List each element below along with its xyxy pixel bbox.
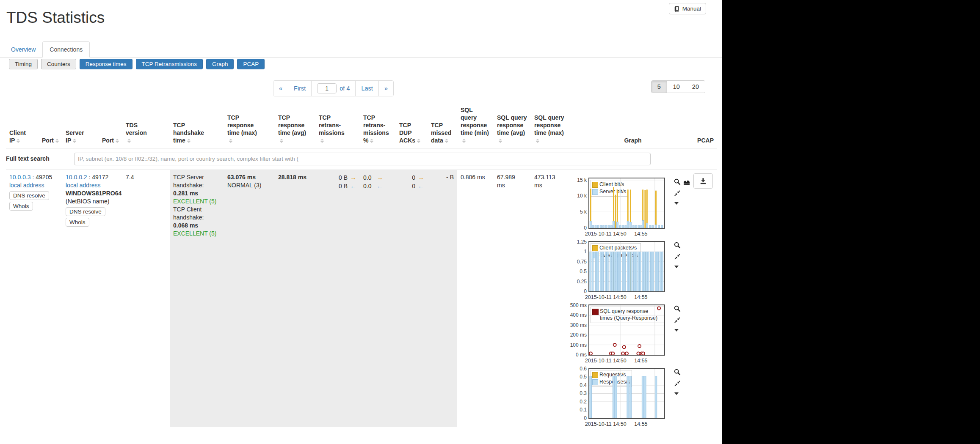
page: TDS Statistics Manual Overview Connectio… <box>0 0 980 444</box>
col-header-tcp-response-max[interactable]: TCP response time (max) <box>224 107 275 148</box>
sql-max-value: 473.113 ms <box>534 173 560 189</box>
tcp-response-max-cell: 63.076 ms NORMAL (3) <box>224 170 275 427</box>
sort-arrows-icon[interactable] <box>127 139 131 143</box>
client-ip-link[interactable]: 10.0.0.3 <box>9 174 31 181</box>
magnifier-icon[interactable] <box>674 369 681 375</box>
pagination-row: « First of 4 Last » 5 10 20 <box>0 80 722 95</box>
y-axis-tick-label: 1.25 <box>564 238 587 246</box>
sort-arrows-icon[interactable] <box>73 139 76 143</box>
col-header-sql-response-max[interactable]: SQL query response time (max) <box>531 107 576 148</box>
pager-last[interactable]: Last <box>356 81 378 96</box>
dup-acks-in-value: 0 <box>412 183 415 189</box>
x-axis-tick-label: 2015-10-11 14:50 <box>585 420 627 428</box>
client-local-address-link[interactable]: local address <box>9 182 44 189</box>
tab-overview[interactable]: Overview <box>4 42 42 57</box>
col-header-sql-response-min[interactable]: SQL query response time (min) <box>457 107 494 148</box>
page-size-10[interactable]: 10 <box>667 81 686 93</box>
server-port-value: 49172 <box>92 174 108 181</box>
server-dns-resolve-button[interactable]: DNS resolve <box>66 207 105 216</box>
caret-down-icon[interactable] <box>674 392 679 395</box>
search-input[interactable] <box>74 153 651 165</box>
server-cell: 10.0.0.2 : 49172 local address WINDOWS81… <box>62 170 122 427</box>
sql-response-avg-cell: 67.989 ms <box>494 170 531 427</box>
col-header-client-port[interactable]: Port <box>36 107 62 148</box>
y-axis-tick-label: 0.5 <box>564 268 587 276</box>
full-text-search-label: Full text search <box>6 148 62 170</box>
col-header-tcp-dup-acks[interactable]: TCP DUP ACKs <box>396 107 428 148</box>
server-local-address-link[interactable]: local address <box>66 182 101 189</box>
sort-arrows-icon[interactable] <box>536 139 539 143</box>
sort-arrows-icon[interactable] <box>417 139 420 143</box>
pager-prev[interactable]: « <box>273 81 288 96</box>
manual-button[interactable]: Manual <box>669 3 706 14</box>
area-chart-icon[interactable] <box>683 178 690 185</box>
collapse-icon[interactable] <box>674 380 681 387</box>
caret-down-icon[interactable] <box>674 329 679 332</box>
pcap-download-button[interactable] <box>693 173 713 189</box>
page-number-input[interactable] <box>317 83 337 93</box>
tcp-retransmissions-cell: 0 B→ 0 B← <box>315 170 360 427</box>
subtab-pcap[interactable]: PCAP <box>237 59 265 69</box>
tcp-response-max-value: 63.076 ms <box>227 173 271 181</box>
client-cell: 10.0.0.3 : 49205 local address DNS resol… <box>6 170 62 427</box>
client-dns-resolve-button[interactable]: DNS resolve <box>9 191 49 200</box>
col-header-tcp-missed-data[interactable]: TCP missed data <box>428 107 457 148</box>
col-header-tcp-handshake-time[interactable]: TCP handshake time <box>170 107 224 148</box>
col-header-tds-version[interactable]: TDS version <box>122 107 170 148</box>
tab-connections[interactable]: Connections <box>42 41 90 58</box>
magnifier-icon[interactable] <box>674 178 681 185</box>
download-icon <box>699 177 707 185</box>
page-size-20[interactable]: 20 <box>686 81 705 93</box>
pager-first[interactable]: First <box>288 81 312 96</box>
server-whois-button[interactable]: Whois <box>66 218 89 227</box>
subtab-graph[interactable]: Graph <box>206 59 234 69</box>
arrow-right-icon: → <box>418 174 424 181</box>
server-ip-link[interactable]: 10.0.0.2 <box>66 174 87 181</box>
pager-next[interactable]: » <box>379 81 393 96</box>
col-header-tcp-retransmissions-pct[interactable]: TCP retrans-missions % <box>360 107 396 148</box>
subtab-tcp-retransmissions[interactable]: TCP Retransmissions <box>136 59 203 69</box>
sql-response-min-cell: 0.806 ms <box>457 170 494 427</box>
sort-arrows-icon[interactable] <box>187 139 190 143</box>
sort-arrows-icon[interactable] <box>445 139 448 143</box>
subtab-timing[interactable]: Timing <box>9 59 38 69</box>
y-axis-tick-label: 0 ms <box>564 351 587 359</box>
col-header-sql-response-avg[interactable]: SQL query response time (avg) <box>494 107 531 148</box>
collapse-icon[interactable] <box>674 190 681 197</box>
caret-down-icon[interactable] <box>674 202 679 205</box>
y-axis-tick-label: 0.1 <box>564 406 587 414</box>
book-icon <box>674 6 680 12</box>
sort-arrows-icon[interactable] <box>116 139 119 143</box>
magnifier-icon[interactable] <box>674 242 681 249</box>
client-port-value: 49205 <box>36 174 52 181</box>
col-header-server-port[interactable]: Port <box>92 107 122 148</box>
sort-arrows-icon[interactable] <box>17 139 20 143</box>
col-header-tcp-retransmissions[interactable]: TCP retrans-missions <box>315 107 360 148</box>
filter-row: Full text search <box>6 148 717 170</box>
y-axis-tick-label: 500 ms <box>564 301 587 310</box>
tcp-server-handshake-label: TCP Server handshake: <box>173 173 221 189</box>
sort-arrows-icon[interactable] <box>462 139 466 143</box>
col-header-tcp-response-avg[interactable]: TCP response time (avg) <box>275 107 315 148</box>
subtab-counters[interactable]: Counters <box>41 59 76 69</box>
col-header-server-ip[interactable]: Server IP <box>62 107 92 148</box>
sort-arrows-icon[interactable] <box>55 139 59 143</box>
sort-arrows-icon[interactable] <box>370 139 373 143</box>
sort-arrows-icon[interactable] <box>280 139 283 143</box>
sort-arrows-icon[interactable] <box>499 139 502 143</box>
collapse-icon[interactable] <box>674 253 681 260</box>
arrow-left-icon: ← <box>377 182 383 189</box>
sort-arrows-icon[interactable] <box>229 139 232 143</box>
content-area: TDS Statistics Manual Overview Connectio… <box>0 0 722 444</box>
caret-down-icon[interactable] <box>674 266 679 268</box>
col-header-client-ip[interactable]: Client IP <box>6 107 36 148</box>
magnifier-icon[interactable] <box>674 305 681 312</box>
sort-arrows-icon[interactable] <box>320 139 324 143</box>
screen-letterbox <box>722 0 980 444</box>
subtab-response-times[interactable]: Response times <box>80 59 133 69</box>
page-size-5[interactable]: 5 <box>651 81 667 93</box>
client-whois-button[interactable]: Whois <box>9 202 33 211</box>
collapse-icon[interactable] <box>674 317 681 323</box>
title-divider <box>0 34 722 34</box>
chart-plot-area: Client packets/sServer packets/s <box>588 241 665 292</box>
